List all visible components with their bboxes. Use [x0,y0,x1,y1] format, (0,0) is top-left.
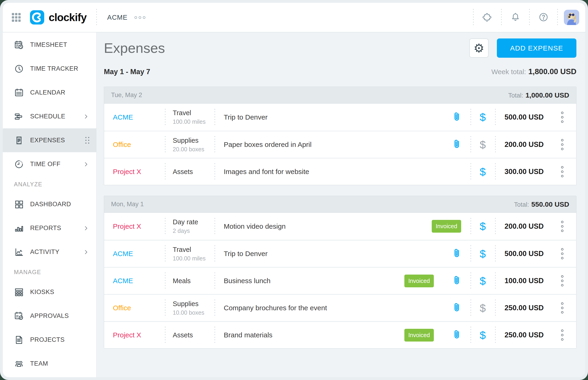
avatar[interactable] [564,10,579,25]
client-cell: ACME [104,268,165,294]
row-menu-button[interactable] [548,104,576,131]
attachment-cell[interactable] [443,295,470,321]
dollar-icon: $ [480,220,486,233]
sidebar-item-timesheet[interactable]: TIMESHEET [3,33,96,57]
calendar-icon [14,88,24,98]
expense-row[interactable]: Office Supplies 10.00 boxes Company broc… [104,294,576,321]
week-total: Week total:1,800.00 USD [491,67,576,76]
expense-row[interactable]: ACME Meals Business lunch Invoiced $ 100… [104,267,576,294]
notifications-button[interactable] [502,8,529,27]
row-menu-button[interactable] [548,131,576,158]
chevron-right-icon [83,225,89,231]
sidebar-item-projects[interactable]: PROJECTS [3,328,96,352]
attachment-cell[interactable] [443,322,470,348]
billable-toggle[interactable]: $ [470,322,495,348]
approvals-icon [14,311,24,321]
expense-row[interactable]: ACME Travel 100.00 miles Trip to Denver … [104,104,576,131]
sidebar-section-label: MANAGE [3,264,96,280]
sidebar-section-label: ANALYZE [3,176,96,192]
sidebar-item-expenses[interactable]: EXPENSES [3,128,96,152]
sidebar-item-approvals[interactable]: APPROVALS [3,304,96,328]
client-name: Project X [113,168,141,176]
workspace-switcher: ACME [107,14,146,21]
sidebar-item-calendar[interactable]: CALENDAR [3,81,96,105]
expense-row[interactable]: Project X Day rate 2 days Motion video d… [104,213,576,240]
sidebar-item-time-tracker[interactable]: TIME TRACKER [3,57,96,81]
attachment-cell[interactable] [443,241,470,267]
client-name: Office [113,141,131,149]
reports-icon [14,223,24,233]
time-tracker-icon [14,64,24,74]
client-name: Project X [113,331,141,339]
sidebar-item-activity[interactable]: ACTIVITY [3,240,96,264]
billable-toggle[interactable]: $ [470,268,495,294]
row-menu-button[interactable] [548,268,576,294]
sidebar-item-reports[interactable]: REPORTS [3,216,96,240]
row-menu-button[interactable] [548,322,576,348]
drag-handle[interactable] [85,137,89,144]
dollar-icon: $ [480,165,486,178]
expense-row[interactable]: Office Supplies 20.00 boxes Paper boxes … [104,131,576,158]
workspace-more-button[interactable] [134,15,146,20]
dollar-icon: $ [480,275,486,287]
apps-grid-button[interactable] [11,12,21,22]
timesheet-icon [14,40,24,50]
topbar-divider [557,8,558,27]
dollar-icon: $ [480,329,486,342]
billable-toggle[interactable]: $ [470,213,495,240]
expense-description: Paper boxes ordered in April [224,141,312,149]
attachment-cell[interactable] [443,268,470,294]
sidebar-item-dashboard[interactable]: DASHBOARD [3,192,96,216]
sidebar-item-schedule[interactable]: SCHEDULE [3,105,96,128]
dollar-icon: $ [480,138,486,151]
row-menu-button[interactable] [548,241,576,267]
help-button[interactable] [530,8,557,27]
amount-cell: 250.00 USD [495,295,548,321]
expense-settings-button[interactable]: ⚙ [469,38,489,58]
sidebar-item-kiosks[interactable]: KIOSKS [3,280,96,304]
row-menu-button[interactable] [548,295,576,321]
chevron-right-icon [83,113,89,120]
sidebar-nav: TIMESHEET TIME TRACKER CALENDAR SCHEDULE… [3,32,96,377]
time-off-icon [14,159,24,169]
billable-toggle[interactable]: $ [470,104,495,131]
description-cell: Images and font for website [215,158,470,185]
paperclip-icon [451,138,463,151]
sidebar-item-team[interactable]: TEAM [3,352,96,376]
billable-toggle[interactable]: $ [470,158,495,185]
billable-toggle[interactable]: $ [470,295,495,321]
amount-value: 500.00 USD [505,113,544,121]
sidebar-item-time-off[interactable]: TIME OFF [3,152,96,176]
day-group-header: Tue, May 2 Total:1,000.00 USD [104,87,576,104]
row-menu-button[interactable] [548,158,576,185]
add-expense-button[interactable]: ADD EXPENSE [497,38,576,58]
expense-description: Trip to Denver [224,250,268,258]
gear-icon: ⚙ [473,42,484,54]
attachment-cell[interactable] [443,104,470,131]
paperclip-icon [451,111,463,124]
expense-description: Images and font for website [224,168,309,176]
category-cell: Supplies 20.00 boxes [165,131,215,158]
row-menu-button[interactable] [548,213,576,240]
amount-cell: 200.00 USD [495,131,548,158]
expense-row[interactable]: Project X Assets Images and font for web… [104,158,576,185]
category-cell: Assets [165,322,215,348]
day-total: Total:1,000.00 USD [508,91,569,99]
billable-toggle[interactable]: $ [470,241,495,267]
expense-row[interactable]: ACME Travel 100.00 miles Trip to Denver … [104,240,576,267]
day-total-value: 1,000.00 USD [526,91,569,99]
workspace-name[interactable]: ACME [107,14,128,21]
attachment-cell[interactable] [443,131,470,158]
amount-cell: 500.00 USD [495,104,548,131]
chevron-right-icon [83,161,89,168]
expense-groups: Tue, May 2 Total:1,000.00 USD ACME Trave… [104,87,576,348]
paperclip-icon [451,247,463,260]
category-name: Travel [173,109,191,117]
integrations-button[interactable] [474,8,501,27]
billable-toggle[interactable]: $ [470,131,495,158]
amount-value: 100.00 USD [505,277,544,285]
expense-row[interactable]: Project X Assets Brand materials Invoice… [104,321,576,348]
amount-value: 500.00 USD [505,249,544,258]
chevron-right-icon [83,249,89,255]
category-name: Supplies [173,137,198,144]
